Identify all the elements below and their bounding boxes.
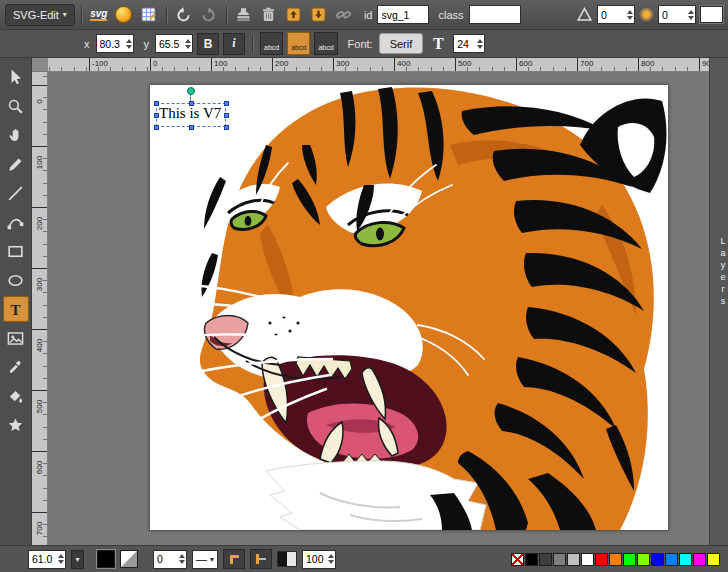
tool-zoom[interactable] [3, 93, 29, 119]
palette-swatch[interactable] [665, 553, 678, 566]
blur-input[interactable] [662, 9, 686, 21]
stroke-linejoin-button[interactable] [223, 549, 245, 569]
palette-swatch[interactable] [693, 553, 706, 566]
move-to-bottom-button[interactable] [308, 4, 330, 26]
spinner[interactable] [477, 39, 483, 49]
tiger-image[interactable] [150, 85, 668, 530]
page-background-swatch[interactable] [700, 6, 723, 23]
tool-image[interactable] [3, 325, 29, 351]
tool-pencil[interactable] [3, 151, 29, 177]
menu-caret-icon: ▾ [63, 10, 67, 19]
fill-color-swatch[interactable] [97, 550, 115, 568]
palette-swatch[interactable] [539, 553, 552, 566]
spinner[interactable] [627, 10, 633, 20]
selection-handle-nw[interactable] [154, 101, 159, 106]
tool-line[interactable] [3, 180, 29, 206]
selection-handle-se[interactable] [224, 125, 229, 130]
linejoin-icon [230, 555, 239, 564]
stroke-linecap-button[interactable] [250, 549, 272, 569]
italic-button[interactable]: i [223, 33, 245, 55]
text-anchor-end-button[interactable]: abcd [314, 32, 337, 55]
color-palette [511, 553, 720, 566]
palette-swatch[interactable] [707, 553, 720, 566]
blur-icon [639, 7, 654, 22]
chevron-down-icon: ▾ [210, 555, 214, 564]
tool-eyedropper[interactable] [3, 354, 29, 380]
palette-swatch-none[interactable] [511, 553, 524, 566]
tool-path[interactable] [3, 209, 29, 235]
font-size-input[interactable] [457, 38, 475, 50]
source-editor-button[interactable]: svg [88, 4, 110, 26]
clone-button[interactable] [233, 4, 255, 26]
tool-rect[interactable] [3, 238, 29, 264]
document-properties-button[interactable] [113, 4, 135, 26]
stroke-width-input[interactable] [157, 553, 177, 565]
undo-button[interactable] [173, 4, 195, 26]
opacity-input[interactable] [306, 553, 326, 565]
opacity-icon [277, 551, 297, 567]
stroke-color-swatch[interactable] [120, 550, 138, 568]
selection-handle-n[interactable] [189, 101, 194, 106]
y-input[interactable] [159, 38, 183, 50]
palette-swatch[interactable] [581, 553, 594, 566]
selection-handle-s[interactable] [189, 125, 194, 130]
redo-icon [200, 6, 217, 23]
spinner[interactable] [185, 39, 191, 49]
tool-text[interactable] [3, 296, 29, 322]
svg-canvas[interactable]: This is V7 [150, 85, 668, 530]
palette-swatch[interactable] [595, 553, 608, 566]
stroke-dash-select[interactable]: — ▾ [192, 550, 218, 569]
delete-button[interactable] [258, 4, 280, 26]
palette-swatch[interactable] [637, 553, 650, 566]
angle-input[interactable] [601, 9, 625, 21]
text-anchor-middle-button[interactable]: abcd [287, 32, 310, 55]
zoom-input[interactable] [32, 553, 56, 565]
editor-preferences-button[interactable] [138, 4, 160, 26]
selection-handle-w[interactable] [154, 113, 159, 118]
trash-icon [260, 6, 277, 23]
rotate-grip[interactable] [187, 87, 195, 95]
tool-paintbucket[interactable] [3, 383, 29, 409]
id-label: id [364, 9, 373, 21]
id-input[interactable] [381, 9, 427, 21]
palette-swatch[interactable] [567, 553, 580, 566]
font-family-button[interactable]: Serif [379, 33, 424, 54]
palette-swatch[interactable] [553, 553, 566, 566]
text-anchor-start-button[interactable]: abcd [260, 32, 283, 55]
spinner[interactable] [328, 554, 334, 564]
work-area[interactable]: This is V7 [48, 72, 710, 545]
x-input[interactable] [100, 38, 124, 50]
palette-swatch[interactable] [651, 553, 664, 566]
tool-select[interactable] [3, 64, 29, 90]
h-ruler-label: 700 [577, 58, 593, 72]
spinner[interactable] [126, 39, 132, 49]
selection-handle-ne[interactable] [224, 101, 229, 106]
spinner[interactable] [58, 554, 64, 564]
top-right-cluster [576, 5, 723, 24]
palette-swatch[interactable] [623, 553, 636, 566]
zoom-dropdown-button[interactable]: ▾ [71, 550, 84, 569]
selection-handle-e[interactable] [224, 113, 229, 118]
redo-button[interactable] [198, 4, 220, 26]
spinner[interactable] [179, 554, 185, 564]
tool-shapes[interactable] [3, 412, 29, 438]
palette-swatch[interactable] [525, 553, 538, 566]
text-toolbar: x y B i abcd abcd abcd Font: Serif T [0, 30, 728, 58]
palette-swatch[interactable] [609, 553, 622, 566]
selection-handle-sw[interactable] [154, 125, 159, 130]
make-link-button[interactable] [333, 4, 355, 26]
y-label: y [144, 38, 150, 50]
spinner[interactable] [688, 10, 694, 20]
move-to-top-button[interactable] [283, 4, 305, 26]
palette-swatch[interactable] [679, 553, 692, 566]
layers-panel-toggle[interactable]: Layers [709, 58, 728, 545]
main-menu-button[interactable]: SVG-Edit ▾ [5, 4, 75, 26]
tool-pan[interactable] [3, 122, 29, 148]
h-ruler-label: 600 [516, 58, 532, 72]
class-input[interactable] [473, 9, 519, 21]
chevron-down-icon: ▾ [75, 555, 79, 564]
bold-button[interactable]: B [197, 33, 219, 55]
tool-ellipse[interactable] [3, 267, 29, 293]
layers-panel-label: Layers [710, 236, 728, 308]
font-picker-button[interactable]: T [427, 33, 449, 55]
